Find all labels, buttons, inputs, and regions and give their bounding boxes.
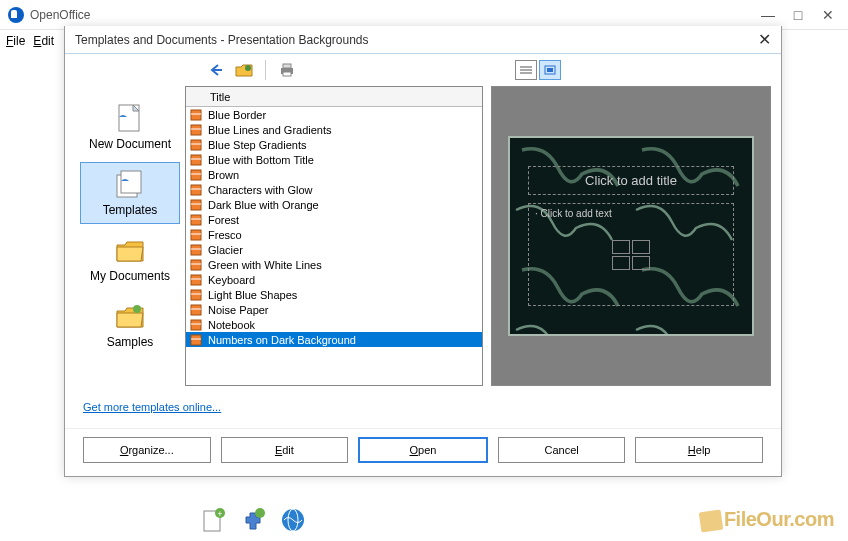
slide-title-placeholder: Click to add title xyxy=(528,166,734,195)
svg-rect-23 xyxy=(191,260,201,270)
sidebar-item-label: New Document xyxy=(85,137,175,151)
list-item[interactable]: Blue Lines and Gradients xyxy=(186,122,482,137)
svg-rect-19 xyxy=(191,200,201,210)
window-controls: — □ ✕ xyxy=(762,9,834,21)
svg-rect-26 xyxy=(191,305,201,315)
svg-point-32 xyxy=(255,508,265,518)
template-file-icon xyxy=(190,124,204,136)
template-file-icon xyxy=(190,199,204,211)
up-folder-button[interactable] xyxy=(233,59,255,81)
list-body[interactable]: Blue BorderBlue Lines and GradientsBlue … xyxy=(186,107,482,385)
list-item[interactable]: Characters with Glow xyxy=(186,182,482,197)
template-file-icon xyxy=(190,154,204,166)
list-item[interactable]: Blue Step Gradients xyxy=(186,137,482,152)
list-item[interactable]: Noise Paper xyxy=(186,302,482,317)
dialog-button-row: Organize... Edit Open Cancel Help xyxy=(65,428,781,477)
preview-slide: Click to add title · Click to add text xyxy=(508,136,754,336)
my-documents-icon xyxy=(113,235,147,265)
more-templates-link[interactable]: Get more templates online... xyxy=(83,401,221,413)
edit-button[interactable]: Edit xyxy=(221,437,349,463)
list-view-icon xyxy=(520,65,532,75)
sidebar-item-samples[interactable]: Samples xyxy=(80,294,180,356)
menu-file[interactable]: File xyxy=(6,34,25,48)
svg-rect-18 xyxy=(191,185,201,195)
list-item[interactable]: Blue Border xyxy=(186,107,482,122)
sidebar-item-my-documents[interactable]: My Documents xyxy=(80,228,180,290)
list-item[interactable]: Keyboard xyxy=(186,272,482,287)
templates-icon xyxy=(113,169,147,199)
view-preview-button[interactable] xyxy=(539,60,561,80)
template-file-icon xyxy=(190,139,204,151)
list-item[interactable]: Dark Blue with Orange xyxy=(186,197,482,212)
dialog-close-button[interactable]: ✕ xyxy=(758,30,771,49)
window-title: OpenOffice xyxy=(30,8,762,22)
svg-rect-28 xyxy=(191,335,201,345)
maximize-button[interactable]: □ xyxy=(792,9,804,21)
category-sidebar: New Document Templates My Documents Samp… xyxy=(75,86,185,386)
app-icon xyxy=(8,7,24,23)
image-icon xyxy=(612,256,630,270)
list-item[interactable]: Numbers on Dark Background xyxy=(186,332,482,347)
template-file-icon xyxy=(190,169,204,181)
template-file-icon xyxy=(190,244,204,256)
list-item-label: Dark Blue with Orange xyxy=(208,199,319,211)
open-button[interactable]: Open xyxy=(358,437,488,463)
template-file-icon xyxy=(190,319,204,331)
folder-up-icon xyxy=(235,63,253,77)
list-item-label: Blue Border xyxy=(208,109,266,121)
list-item-label: Brown xyxy=(208,169,239,181)
list-item[interactable]: Glacier xyxy=(186,242,482,257)
new-doc-icon[interactable]: + xyxy=(200,507,226,533)
list-header-title[interactable]: Title xyxy=(186,87,482,107)
globe-icon[interactable] xyxy=(280,507,306,533)
menu-edit[interactable]: Edit xyxy=(33,34,54,48)
list-item-label: Numbers on Dark Background xyxy=(208,334,356,346)
close-button[interactable]: ✕ xyxy=(822,9,834,21)
list-item[interactable]: Green with White Lines xyxy=(186,257,482,272)
svg-rect-3 xyxy=(283,72,291,76)
list-item[interactable]: Fresco xyxy=(186,227,482,242)
list-item-label: Noise Paper xyxy=(208,304,269,316)
list-item-label: Notebook xyxy=(208,319,255,331)
slide-content-placeholder: · Click to add text xyxy=(528,203,734,306)
template-file-icon xyxy=(190,214,204,226)
templates-dialog: Templates and Documents - Presentation B… xyxy=(64,26,782,477)
list-item[interactable]: Light Blue Shapes xyxy=(186,287,482,302)
sidebar-item-label: Templates xyxy=(85,203,175,217)
svg-rect-15 xyxy=(191,140,201,150)
list-item-label: Characters with Glow xyxy=(208,184,313,196)
link-row: Get more templates online... xyxy=(65,386,781,428)
svg-rect-14 xyxy=(191,125,201,135)
sidebar-item-templates[interactable]: Templates xyxy=(80,162,180,224)
cancel-button[interactable]: Cancel xyxy=(498,437,626,463)
svg-point-12 xyxy=(133,305,141,313)
list-item-label: Keyboard xyxy=(208,274,255,286)
svg-rect-8 xyxy=(547,68,553,72)
start-center-icons: + xyxy=(200,507,306,533)
list-item-label: Blue Step Gradients xyxy=(208,139,306,151)
svg-point-0 xyxy=(245,65,251,71)
list-item-label: Light Blue Shapes xyxy=(208,289,297,301)
template-file-icon xyxy=(190,274,204,286)
list-item-label: Glacier xyxy=(208,244,243,256)
list-item[interactable]: Brown xyxy=(186,167,482,182)
new-document-icon xyxy=(113,103,147,133)
svg-text:+: + xyxy=(217,509,222,519)
organize-button[interactable]: Organize... xyxy=(83,437,211,463)
list-item[interactable]: Blue with Bottom Title xyxy=(186,152,482,167)
back-button[interactable] xyxy=(205,59,227,81)
list-item-label: Fresco xyxy=(208,229,242,241)
dialog-titlebar: Templates and Documents - Presentation B… xyxy=(65,26,781,54)
help-button[interactable]: Help xyxy=(635,437,763,463)
minimize-button[interactable]: — xyxy=(762,9,774,21)
print-button[interactable] xyxy=(276,59,298,81)
view-toggle xyxy=(515,60,561,80)
extension-icon[interactable] xyxy=(240,507,266,533)
list-item[interactable]: Forest xyxy=(186,212,482,227)
samples-icon xyxy=(113,301,147,331)
svg-rect-27 xyxy=(191,320,201,330)
list-item[interactable]: Notebook xyxy=(186,317,482,332)
sidebar-item-new-document[interactable]: New Document xyxy=(80,96,180,158)
view-list-button[interactable] xyxy=(515,60,537,80)
svg-rect-24 xyxy=(191,275,201,285)
